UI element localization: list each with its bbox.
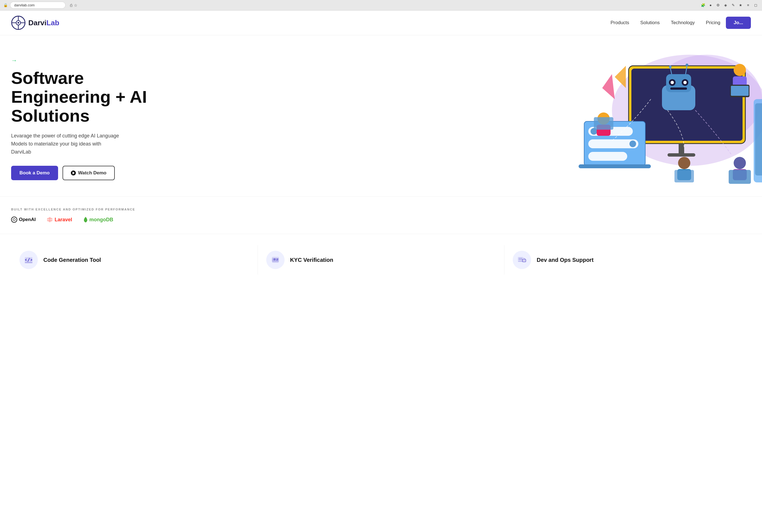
watch-demo-button[interactable]: Watch Demo <box>62 166 115 180</box>
partners-section: BUILT WITH EXCELLENCE AND OPTIMIZED FOR … <box>0 196 762 234</box>
openai-text: OpenAI <box>19 217 36 223</box>
svg-marker-46 <box>615 66 626 88</box>
nav-products[interactable]: Products <box>611 20 629 25</box>
lock-icon: 🔒 <box>3 3 8 7</box>
mongodb-icon <box>83 217 88 223</box>
svg-rect-49 <box>755 103 762 175</box>
svg-rect-11 <box>679 144 684 155</box>
code-generation-label: Code Generation Tool <box>43 257 101 263</box>
mongodb-logo: mongoDB <box>83 217 114 223</box>
svg-point-19 <box>683 81 687 84</box>
hero-subtitle: Levarage the power of cutting edge AI La… <box>11 132 122 156</box>
extension-icon-2[interactable]: ● <box>708 2 714 8</box>
code-generation-icon-circle <box>20 251 38 269</box>
nav-links: Products Solutions Technology Pricing <box>611 20 720 26</box>
cards-section: Code Generation Tool KYC Verification <box>0 234 762 286</box>
extension-icon-5[interactable]: ✎ <box>730 2 736 8</box>
svg-point-24 <box>686 64 688 66</box>
svg-point-18 <box>671 81 674 84</box>
svg-point-30 <box>630 141 636 147</box>
nav-solutions[interactable]: Solutions <box>640 20 660 25</box>
share-icon[interactable]: ⎙ <box>70 3 72 8</box>
play-icon <box>71 170 76 175</box>
hero-title-line1: Software <box>11 68 84 88</box>
svg-rect-58 <box>276 259 278 259</box>
partners-logos: OpenAI Laravel mongoDB <box>11 217 751 223</box>
mongodb-text: mongoDB <box>90 217 114 223</box>
svg-rect-20 <box>670 88 687 90</box>
svg-rect-61 <box>518 258 522 260</box>
svg-point-51 <box>13 219 15 221</box>
svg-point-33 <box>734 64 746 76</box>
svg-point-2 <box>18 22 19 24</box>
nav-pricing[interactable]: Pricing <box>706 20 720 25</box>
extension-icon-7[interactable]: ≡ <box>745 2 751 8</box>
address-bar[interactable]: darvilab.com <box>10 2 66 9</box>
kyc-icon-circle <box>266 251 284 269</box>
svg-rect-54 <box>25 262 33 263</box>
kyc-icon <box>271 255 280 264</box>
svg-marker-47 <box>602 74 615 99</box>
laravel-icon <box>47 217 53 223</box>
svg-point-22 <box>669 66 672 68</box>
logo[interactable]: DarviLab <box>11 16 59 30</box>
devops-icon <box>517 255 526 264</box>
openai-icon <box>11 217 17 223</box>
svg-rect-59 <box>276 260 278 260</box>
svg-point-50 <box>11 217 17 223</box>
watch-demo-label: Watch Demo <box>78 170 107 176</box>
toolbar-extension-icons: 🧩 ● ⚙ ◈ ✎ ★ ≡ ◻ <box>700 2 759 8</box>
logo-text: DarviLab <box>28 19 59 27</box>
laravel-text: Laravel <box>54 217 72 223</box>
svg-rect-32 <box>578 165 651 168</box>
partners-label: BUILT WITH EXCELLENCE AND OPTIMIZED FOR … <box>11 208 751 211</box>
devops-label: Dev and Ops Support <box>537 257 593 263</box>
hero-arrow-icon: → <box>11 57 381 64</box>
svg-rect-42 <box>674 170 694 182</box>
devops-icon-circle <box>513 251 531 269</box>
svg-rect-64 <box>523 260 525 261</box>
extension-icon-8[interactable]: ◻ <box>753 2 759 8</box>
hero-title: Software Engineering + AI Solutions <box>11 69 381 125</box>
svg-rect-45 <box>594 117 613 130</box>
laravel-logo: Laravel <box>47 217 72 223</box>
extension-icon-3[interactable]: ⚙ <box>715 2 721 8</box>
svg-point-40 <box>678 157 690 169</box>
hero-buttons: Book a Demo Watch Demo <box>11 166 381 180</box>
openai-logo: OpenAI <box>11 217 36 223</box>
hero-svg <box>551 43 762 188</box>
book-demo-button[interactable]: Book a Demo <box>11 166 58 180</box>
card-code-generation: Code Generation Tool <box>11 245 258 275</box>
card-kyc-verification: KYC Verification <box>258 245 504 275</box>
logo-svg <box>11 16 26 30</box>
hero-content: → Software Engineering + AI Solutions Le… <box>11 57 381 180</box>
star-icon[interactable]: ☆ <box>74 3 78 8</box>
svg-rect-31 <box>588 152 627 161</box>
svg-rect-36 <box>731 86 749 96</box>
hero-title-line2: Engineering + AI <box>11 87 147 106</box>
hero-section: → Software Engineering + AI Solutions Le… <box>0 35 762 196</box>
page: DarviLab Products Solutions Technology P… <box>0 11 762 532</box>
nav-cta-button[interactable]: Jo... <box>726 17 751 29</box>
nav-technology[interactable]: Technology <box>671 20 695 25</box>
svg-rect-12 <box>667 153 695 157</box>
kyc-label: KYC Verification <box>290 257 334 263</box>
extension-icon-4[interactable]: ◈ <box>723 2 729 8</box>
extension-icon-6[interactable]: ★ <box>737 2 744 8</box>
hero-illustration <box>551 35 762 196</box>
svg-rect-39 <box>729 170 751 184</box>
card-devops: Dev and Ops Support <box>504 245 751 275</box>
svg-point-37 <box>734 157 746 169</box>
code-generation-icon <box>24 255 33 264</box>
navbar: DarviLab Products Solutions Technology P… <box>0 11 762 35</box>
extension-icon-1[interactable]: 🧩 <box>700 2 706 8</box>
browser-action-icons: ⎙ ☆ <box>70 3 78 8</box>
hero-title-line3: Solutions <box>11 106 90 125</box>
svg-point-57 <box>273 258 276 260</box>
browser-chrome: 🔒 darvilab.com ⎙ ☆ 🧩 ● ⚙ ◈ ✎ ★ ≡ ◻ <box>0 0 762 11</box>
